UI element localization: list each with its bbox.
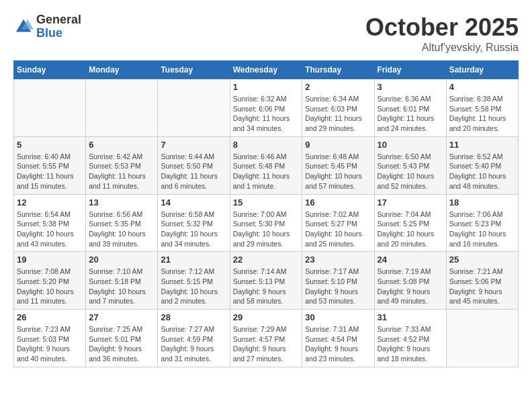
page-header: General Blue October 2025 Altuf'yevskiy,… — [13, 13, 519, 54]
day-number: 10 — [378, 140, 443, 150]
logo: General Blue — [13, 13, 81, 40]
day-number: 12 — [17, 197, 83, 208]
day-number: 24 — [378, 255, 443, 265]
calendar-cell: 5Sunrise: 6:40 AM Sunset: 5:55 PM Daylig… — [14, 136, 86, 194]
day-number: 30 — [305, 312, 371, 322]
calendar-header-row: SundayMondayTuesdayWednesdayThursdayFrid… — [14, 61, 519, 79]
calendar-cell — [158, 79, 230, 137]
day-number: 20 — [89, 255, 154, 265]
day-number: 18 — [449, 197, 515, 208]
calendar-cell: 8Sunrise: 6:46 AM Sunset: 5:48 PM Daylig… — [230, 136, 302, 194]
calendar-cell: 29Sunrise: 7:29 AM Sunset: 4:57 PM Dayli… — [230, 310, 302, 367]
weekday-header-friday: Friday — [374, 61, 446, 79]
day-info: Sunrise: 6:40 AM Sunset: 5:55 PM Dayligh… — [17, 152, 83, 191]
day-info: Sunrise: 7:21 AM Sunset: 5:06 PM Dayligh… — [449, 267, 515, 306]
day-info: Sunrise: 7:33 AM Sunset: 4:52 PM Dayligh… — [378, 324, 443, 364]
calendar-cell: 28Sunrise: 7:27 AM Sunset: 4:59 PM Dayli… — [158, 310, 230, 367]
day-number: 2 — [305, 82, 371, 92]
day-info: Sunrise: 6:58 AM Sunset: 5:32 PM Dayligh… — [161, 210, 226, 249]
day-number: 14 — [161, 197, 226, 208]
day-info: Sunrise: 7:27 AM Sunset: 4:59 PM Dayligh… — [161, 324, 226, 364]
day-info: Sunrise: 7:10 AM Sunset: 5:18 PM Dayligh… — [89, 267, 154, 306]
day-info: Sunrise: 6:50 AM Sunset: 5:43 PM Dayligh… — [378, 152, 443, 191]
day-info: Sunrise: 7:25 AM Sunset: 5:01 PM Dayligh… — [89, 324, 154, 364]
day-info: Sunrise: 6:32 AM Sunset: 6:06 PM Dayligh… — [233, 94, 300, 134]
calendar-cell: 23Sunrise: 7:17 AM Sunset: 5:10 PM Dayli… — [302, 252, 374, 310]
weekday-header-monday: Monday — [86, 61, 158, 79]
day-number: 21 — [161, 255, 226, 265]
logo-text: General Blue — [36, 13, 81, 40]
day-info: Sunrise: 7:31 AM Sunset: 4:54 PM Dayligh… — [305, 324, 371, 364]
day-info: Sunrise: 7:02 AM Sunset: 5:27 PM Dayligh… — [305, 210, 371, 249]
calendar-cell: 9Sunrise: 6:48 AM Sunset: 5:45 PM Daylig… — [302, 136, 374, 194]
day-info: Sunrise: 7:17 AM Sunset: 5:10 PM Dayligh… — [305, 267, 371, 306]
day-number: 26 — [17, 312, 83, 322]
day-info: Sunrise: 7:04 AM Sunset: 5:25 PM Dayligh… — [378, 210, 443, 249]
day-number: 16 — [305, 197, 371, 208]
weekday-header-wednesday: Wednesday — [230, 61, 302, 79]
day-number: 15 — [233, 197, 300, 208]
calendar-cell: 12Sunrise: 6:54 AM Sunset: 5:38 PM Dayli… — [14, 194, 86, 252]
day-info: Sunrise: 6:44 AM Sunset: 5:50 PM Dayligh… — [161, 152, 226, 191]
calendar-cell — [14, 79, 86, 137]
calendar-table: SundayMondayTuesdayWednesdayThursdayFrid… — [13, 60, 519, 367]
calendar-cell: 6Sunrise: 6:42 AM Sunset: 5:53 PM Daylig… — [86, 136, 158, 194]
calendar-cell: 19Sunrise: 7:08 AM Sunset: 5:20 PM Dayli… — [14, 252, 86, 310]
day-number: 23 — [305, 255, 371, 265]
location-subtitle: Altuf'yevskiy, Russia — [365, 42, 519, 54]
weekday-header-tuesday: Tuesday — [158, 61, 230, 79]
calendar-cell: 24Sunrise: 7:19 AM Sunset: 5:08 PM Dayli… — [374, 252, 446, 310]
day-info: Sunrise: 6:56 AM Sunset: 5:35 PM Dayligh… — [89, 210, 154, 249]
day-info: Sunrise: 6:48 AM Sunset: 5:45 PM Dayligh… — [305, 152, 371, 191]
calendar-cell: 11Sunrise: 6:52 AM Sunset: 5:40 PM Dayli… — [446, 136, 518, 194]
day-info: Sunrise: 6:52 AM Sunset: 5:40 PM Dayligh… — [449, 152, 515, 191]
day-info: Sunrise: 6:46 AM Sunset: 5:48 PM Dayligh… — [233, 152, 300, 191]
day-number: 22 — [233, 255, 300, 265]
day-number: 13 — [89, 197, 154, 208]
day-number: 4 — [449, 82, 515, 92]
calendar-cell — [86, 79, 158, 137]
calendar-week-row: 12Sunrise: 6:54 AM Sunset: 5:38 PM Dayli… — [14, 194, 519, 252]
day-info: Sunrise: 7:08 AM Sunset: 5:20 PM Dayligh… — [17, 267, 83, 306]
calendar-week-row: 19Sunrise: 7:08 AM Sunset: 5:20 PM Dayli… — [14, 252, 519, 310]
calendar-week-row: 1Sunrise: 6:32 AM Sunset: 6:06 PM Daylig… — [14, 79, 519, 137]
calendar-cell: 7Sunrise: 6:44 AM Sunset: 5:50 PM Daylig… — [158, 136, 230, 194]
calendar-cell: 16Sunrise: 7:02 AM Sunset: 5:27 PM Dayli… — [302, 194, 374, 252]
logo-icon — [13, 17, 34, 37]
day-number: 31 — [378, 312, 443, 322]
calendar-cell: 4Sunrise: 6:38 AM Sunset: 5:58 PM Daylig… — [446, 79, 518, 137]
day-number: 1 — [233, 82, 300, 92]
day-info: Sunrise: 7:23 AM Sunset: 5:03 PM Dayligh… — [17, 324, 83, 364]
calendar-cell: 31Sunrise: 7:33 AM Sunset: 4:52 PM Dayli… — [374, 310, 446, 367]
calendar-cell: 15Sunrise: 7:00 AM Sunset: 5:30 PM Dayli… — [230, 194, 302, 252]
day-info: Sunrise: 7:00 AM Sunset: 5:30 PM Dayligh… — [233, 210, 300, 249]
day-info: Sunrise: 6:42 AM Sunset: 5:53 PM Dayligh… — [89, 152, 154, 191]
day-number: 11 — [449, 140, 515, 150]
calendar-cell: 13Sunrise: 6:56 AM Sunset: 5:35 PM Dayli… — [86, 194, 158, 252]
day-info: Sunrise: 6:36 AM Sunset: 6:01 PM Dayligh… — [378, 94, 443, 134]
calendar-cell: 1Sunrise: 6:32 AM Sunset: 6:06 PM Daylig… — [230, 79, 302, 137]
calendar-cell: 22Sunrise: 7:14 AM Sunset: 5:13 PM Dayli… — [230, 252, 302, 310]
calendar-cell: 25Sunrise: 7:21 AM Sunset: 5:06 PM Dayli… — [446, 252, 518, 310]
calendar-cell: 27Sunrise: 7:25 AM Sunset: 5:01 PM Dayli… — [86, 310, 158, 367]
weekday-header-sunday: Sunday — [14, 61, 86, 79]
calendar-cell: 30Sunrise: 7:31 AM Sunset: 4:54 PM Dayli… — [302, 310, 374, 367]
calendar-cell: 21Sunrise: 7:12 AM Sunset: 5:15 PM Dayli… — [158, 252, 230, 310]
calendar-cell: 14Sunrise: 6:58 AM Sunset: 5:32 PM Dayli… — [158, 194, 230, 252]
logo-blue-text: Blue — [36, 27, 81, 40]
calendar-cell: 17Sunrise: 7:04 AM Sunset: 5:25 PM Dayli… — [374, 194, 446, 252]
day-info: Sunrise: 6:38 AM Sunset: 5:58 PM Dayligh… — [449, 94, 515, 134]
day-number: 17 — [378, 197, 443, 208]
day-number: 28 — [161, 312, 226, 322]
calendar-week-row: 5Sunrise: 6:40 AM Sunset: 5:55 PM Daylig… — [14, 136, 519, 194]
day-number: 8 — [233, 140, 300, 150]
day-number: 6 — [89, 140, 154, 150]
title-block: October 2025 Altuf'yevskiy, Russia — [365, 13, 519, 54]
month-title: October 2025 — [365, 13, 519, 42]
day-number: 9 — [305, 140, 371, 150]
calendar-cell: 2Sunrise: 6:34 AM Sunset: 6:03 PM Daylig… — [302, 79, 374, 137]
calendar-cell — [446, 310, 518, 367]
day-number: 25 — [449, 255, 515, 265]
day-number: 3 — [378, 82, 443, 92]
logo-general-text: General — [36, 13, 81, 27]
